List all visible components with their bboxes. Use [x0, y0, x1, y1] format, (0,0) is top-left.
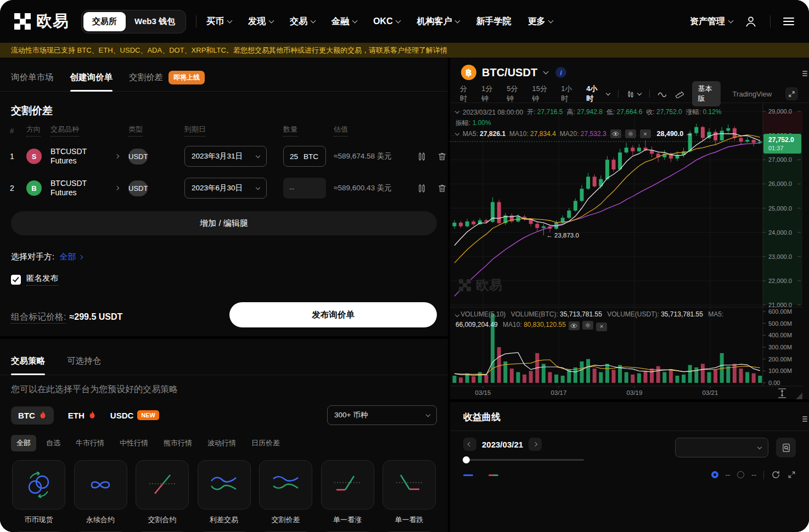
coin-filter-btc[interactable]: BTC [11, 406, 54, 425]
strategy-tab-2[interactable]: 可选持仓 [67, 348, 101, 375]
coin-filter-eth[interactable]: ETH [68, 411, 96, 420]
btc-icon: ฿ [461, 65, 476, 80]
overlay-line-icon[interactable] [658, 90, 667, 97]
toggle-option-2[interactable]: Web3 钱包 [126, 12, 184, 31]
close-icon[interactable]: × [640, 129, 651, 138]
slider-thumb[interactable] [463, 456, 470, 463]
strategy-card-carry[interactable]: 利差交易 [198, 460, 251, 525]
info-icon[interactable]: i [555, 67, 566, 78]
panel-menu-icon[interactable] [802, 71, 807, 76]
radio-selected[interactable] [711, 471, 718, 478]
chevron-right-icon[interactable] [115, 154, 119, 159]
eye-icon[interactable] [610, 129, 621, 138]
nav-item-2[interactable]: 发现 [248, 16, 273, 27]
rfq-tab-3[interactable]: 交割价差即将上线 [129, 64, 205, 91]
strategy-card-call[interactable]: 单一看涨 [321, 460, 374, 525]
filter-chip-1[interactable]: 全部 [11, 435, 36, 451]
trash-icon[interactable] [437, 152, 447, 161]
prev-date-button[interactable] [463, 438, 476, 451]
filter-chip-2[interactable]: 自选 [41, 435, 66, 451]
equity-dropdown[interactable] [675, 438, 768, 457]
compare-candles-icon[interactable] [417, 152, 426, 161]
strategy-card-spread[interactable]: 交割价差 [259, 460, 312, 525]
date-slider[interactable] [463, 459, 584, 461]
rfq-tab-2[interactable]: 创建询价单 [70, 64, 113, 91]
svg-text:27,752.0: 27,752.0 [768, 136, 794, 144]
radio-unselected[interactable] [737, 471, 744, 478]
chevron-down-icon [256, 153, 260, 157]
filter-chip-5[interactable]: 熊市行情 [158, 435, 198, 451]
chevron-down-icon[interactable] [543, 69, 549, 74]
svg-text:300.00M: 300.00M [768, 344, 792, 350]
report-search-button[interactable] [776, 438, 796, 457]
chart-area[interactable]: 2023/03/21 08:00:00 开: 27,716.5 高: 27,94… [450, 103, 809, 399]
timeframe-3[interactable]: 5分钟 [507, 84, 524, 104]
nav-item-7[interactable]: 新手学院 [476, 16, 511, 27]
nav-item-8[interactable]: 更多 [527, 16, 553, 27]
next-date-button[interactable] [529, 438, 542, 451]
panel-menu-icon[interactable] [802, 416, 807, 422]
nav-item-1[interactable]: 买币 [206, 16, 232, 27]
toggle-option-1[interactable]: 交易所 [83, 12, 126, 31]
chevron-right-icon[interactable] [115, 186, 119, 190]
filter-chip-4[interactable]: 中性行情 [114, 435, 154, 451]
timeframe-2[interactable]: 1分钟 [481, 84, 498, 104]
nav-item-6[interactable]: 机构客户 [417, 16, 459, 27]
strategy-card-put[interactable]: 单一看跌 [383, 460, 436, 525]
nav-item-4[interactable]: 金融 [332, 16, 357, 27]
compare-candles-icon[interactable] [417, 184, 426, 193]
okx-logo[interactable]: 欧易 [14, 10, 69, 32]
expiry-select[interactable]: 2023年3月31日 [184, 146, 267, 167]
user-account-icon[interactable] [744, 14, 758, 29]
main-nav: 买币发现交易金融OKC机构客户新手学院更多 [206, 16, 553, 27]
filter-chip-3[interactable]: 牛市行情 [70, 435, 110, 451]
nav-item-3[interactable]: 交易 [290, 16, 315, 27]
qty-input[interactable]: -- [283, 178, 326, 199]
counterparty-all-link[interactable]: 全部 [59, 252, 82, 262]
hamburger-menu-icon[interactable] [783, 16, 795, 26]
refresh-icon[interactable] [771, 470, 780, 479]
gear-icon[interactable] [625, 129, 636, 138]
add-edit-leg-button[interactable]: 增加 / 编辑腿 [11, 211, 437, 235]
legs-header-cell: 数量 [283, 124, 334, 137]
timeframe-6[interactable]: 4小时 [586, 84, 609, 104]
eye-icon[interactable] [569, 321, 580, 330]
chart-type-selector[interactable] [627, 90, 641, 98]
coin-filter-usdc[interactable]: USDCNEW [110, 410, 159, 420]
trash-icon[interactable] [437, 184, 447, 193]
collapse-icon[interactable] [455, 131, 459, 135]
strategy-card-label: 单一看跌 [383, 515, 436, 525]
strategy-card-perpetual[interactable]: 永续合约 [74, 460, 127, 525]
fullscreen-icon[interactable] [785, 87, 798, 100]
rfq-tabs: 询价单市场创建询价单交割价差即将上线 [0, 64, 448, 92]
publish-rfq-button[interactable]: 发布询价单 [229, 302, 437, 327]
filter-chip-7[interactable]: 日历价差 [246, 435, 285, 451]
nav-item-5[interactable]: OKC [373, 16, 401, 26]
announcement-banner[interactable]: 流动性市场现已支持 BTC、ETH、USDC、ADA、DOT、XRP和LTC。若… [0, 43, 809, 58]
timeframe-1[interactable]: 分时 [460, 84, 473, 104]
close-icon[interactable]: × [596, 322, 607, 331]
collapse-icon[interactable] [455, 313, 459, 317]
expiry-select[interactable]: 2023年6月30日 [184, 178, 267, 199]
strategy-tab-1[interactable]: 交易策略 [11, 348, 45, 375]
svg-text:03/17: 03/17 [551, 389, 567, 396]
expand-icon[interactable] [788, 471, 796, 479]
rfq-tab-1[interactable]: 询价单市场 [11, 64, 54, 91]
toolbar-divider [649, 90, 650, 98]
collapse-icon[interactable] [455, 109, 459, 114]
drawing-tools-icon[interactable] [675, 89, 684, 98]
gear-icon[interactable] [582, 321, 593, 330]
chevron-right-icon [78, 254, 83, 259]
coin-count-dropdown[interactable]: 300+ 币种 [327, 405, 437, 425]
qty-input[interactable]: 25BTC [283, 146, 326, 167]
volume-readout: VOLUME(5,10) VOLUME(BTC): 35,713,781.55 … [456, 309, 756, 331]
timeframe-4[interactable]: 15分钟 [532, 84, 553, 104]
nav-item-assets[interactable]: 资产管理 [690, 16, 733, 27]
candlestick-chart[interactable]: 29,000.028,000.027,000.026,000.025,000.0… [450, 103, 802, 399]
filter-chip-6[interactable]: 波动行情 [202, 435, 241, 451]
anonymous-checkbox[interactable] [11, 275, 21, 285]
strategy-card-futures[interactable]: 交割合约 [136, 460, 189, 525]
timeframe-5[interactable]: 1小时 [561, 84, 578, 104]
strategy-card-spot[interactable]: 币币现货 [12, 460, 65, 525]
mode-tab-2[interactable]: TradingView [727, 87, 778, 101]
